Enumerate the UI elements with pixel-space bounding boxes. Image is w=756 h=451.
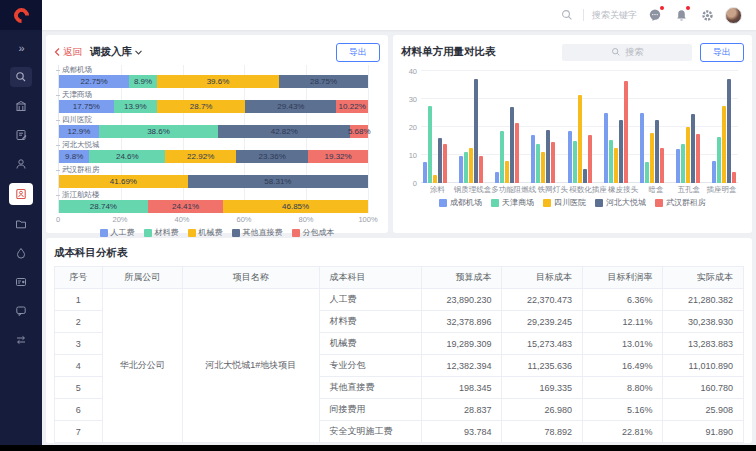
bar[interactable]: [515, 123, 519, 183]
bar-segment[interactable]: 39.6%: [157, 75, 279, 88]
bar[interactable]: [655, 120, 659, 183]
bar-segment[interactable]: 38.6%: [99, 125, 218, 138]
bar-segment[interactable]: 24.6%: [89, 150, 165, 163]
legend-item[interactable]: 人工费: [100, 227, 135, 238]
legend-item[interactable]: 天津商场: [491, 197, 534, 208]
legend-item[interactable]: 分包成本: [292, 227, 335, 238]
bar[interactable]: [531, 135, 535, 183]
bar[interactable]: [727, 79, 731, 183]
export-button[interactable]: 导出: [700, 43, 744, 62]
bar[interactable]: [536, 144, 540, 183]
app-logo[interactable]: [0, 0, 42, 30]
bar-segment[interactable]: 9.8%: [59, 150, 89, 163]
sidebar-item-droplet[interactable]: [10, 243, 32, 263]
sidebar-item-folder[interactable]: [10, 214, 32, 234]
bar[interactable]: [546, 130, 550, 183]
bar[interactable]: [433, 175, 437, 183]
bell-icon[interactable]: [673, 7, 689, 23]
bar[interactable]: [428, 106, 432, 183]
panel-title[interactable]: 调拨入库: [90, 45, 142, 59]
bar[interactable]: [609, 140, 613, 183]
bar-segment[interactable]: 10.22%: [336, 100, 368, 113]
legend-item[interactable]: 材料费: [144, 227, 179, 238]
sidebar-expand-icon[interactable]: »: [10, 38, 32, 58]
bar[interactable]: [551, 142, 555, 183]
bar[interactable]: [573, 141, 577, 183]
sidebar-item-library[interactable]: [10, 96, 32, 116]
bar[interactable]: [660, 148, 664, 183]
user-avatar[interactable]: [725, 7, 742, 24]
bar[interactable]: [676, 149, 680, 183]
bar[interactable]: [505, 161, 509, 183]
bar[interactable]: [469, 148, 473, 183]
bar[interactable]: [722, 106, 726, 183]
sidebar-item-user[interactable]: [10, 154, 32, 174]
bar[interactable]: [474, 79, 478, 183]
bar[interactable]: [681, 144, 685, 183]
bar-segment[interactable]: 12.9%: [59, 125, 99, 138]
table-row[interactable]: 1华北分公司河北大悦城1#地块项目人工费23,890.23022,370.473…: [55, 289, 744, 311]
bar[interactable]: [459, 156, 463, 183]
bar[interactable]: [691, 114, 695, 183]
bar-segment[interactable]: 23.36%: [236, 150, 308, 163]
bar[interactable]: [712, 161, 716, 183]
bar-segment[interactable]: 46.85%: [223, 200, 368, 213]
legend-item[interactable]: 成都机场: [439, 197, 482, 208]
bar[interactable]: [464, 152, 468, 183]
chart-search-input[interactable]: 搜索: [562, 44, 692, 61]
sidebar-item-document[interactable]: [10, 125, 32, 145]
legend-item[interactable]: 四川医院: [543, 197, 586, 208]
bar[interactable]: [696, 134, 700, 183]
bar[interactable]: [588, 135, 592, 183]
bar[interactable]: [578, 95, 582, 183]
bar-segment[interactable]: 22.75%: [59, 75, 129, 88]
sidebar-item-transfer[interactable]: [10, 330, 32, 350]
sidebar-item-card[interactable]: [10, 272, 32, 292]
legend-item[interactable]: 武汉群租房: [655, 197, 706, 208]
legend-item[interactable]: 河北大悦城: [595, 197, 646, 208]
back-button[interactable]: 返回: [54, 46, 82, 59]
bar-segment[interactable]: 41.69%: [59, 175, 188, 188]
bar[interactable]: [686, 127, 690, 183]
bar[interactable]: [619, 120, 623, 183]
bar[interactable]: [443, 144, 447, 183]
bar-segment[interactable]: 24.41%: [148, 200, 223, 213]
settings-gear-icon[interactable]: [699, 7, 715, 23]
bar-segment[interactable]: 42.82%: [218, 125, 350, 138]
bar[interactable]: [732, 172, 736, 183]
global-search[interactable]: 搜索关键字: [559, 7, 637, 23]
bar[interactable]: [604, 113, 608, 183]
bar-segment[interactable]: 17.75%: [59, 100, 114, 113]
bar-segment[interactable]: 28.74%: [59, 200, 148, 213]
export-button[interactable]: 导出: [336, 43, 380, 62]
bar-segment[interactable]: 28.75%: [279, 75, 368, 88]
bar[interactable]: [479, 156, 483, 183]
legend-item[interactable]: 其他直接费: [232, 227, 283, 238]
bar[interactable]: [500, 131, 504, 183]
bar[interactable]: [645, 162, 649, 183]
bar[interactable]: [495, 172, 499, 183]
bar[interactable]: [640, 113, 644, 183]
bar[interactable]: [650, 133, 654, 183]
bar[interactable]: [624, 81, 628, 183]
bar[interactable]: [541, 152, 545, 183]
bar[interactable]: [717, 137, 721, 183]
bar-segment[interactable]: 19.32%: [308, 150, 368, 163]
messages-icon[interactable]: [647, 7, 663, 23]
bar[interactable]: [614, 148, 618, 183]
bar-segment[interactable]: 28.7%: [157, 100, 246, 113]
bar[interactable]: [438, 138, 442, 183]
bar[interactable]: [568, 131, 572, 183]
bar[interactable]: [423, 162, 427, 183]
sidebar-item-search[interactable]: [10, 67, 32, 87]
search-placeholder[interactable]: 搜索关键字: [592, 9, 637, 22]
bar[interactable]: [583, 169, 587, 183]
bar-segment[interactable]: 29.43%: [245, 100, 336, 113]
bar-segment[interactable]: 5.68%: [350, 125, 368, 138]
bar-segment[interactable]: 8.9%: [129, 75, 157, 88]
sidebar-item-member-active[interactable]: [9, 183, 33, 205]
bar[interactable]: [510, 107, 514, 183]
legend-item[interactable]: 机械费: [188, 227, 223, 238]
bar-segment[interactable]: 58.31%: [188, 175, 368, 188]
bar-segment[interactable]: 22.92%: [165, 150, 236, 163]
